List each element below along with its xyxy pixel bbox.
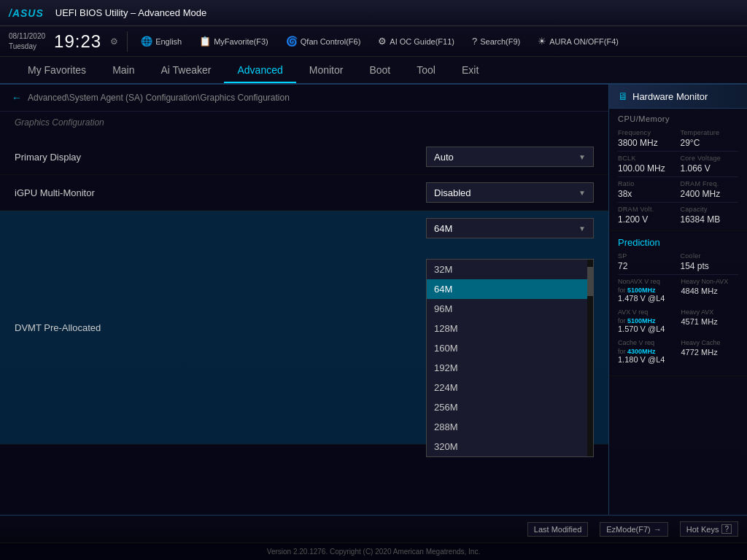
dropdown-arrow-icon: ▼ [578,153,586,161]
bclk-value: 100.00 MHz [618,163,676,174]
avx-freq: 5100MHz [627,317,656,324]
dvmt-pre-allocated-label: DVMT Pre-Allocated [15,322,426,333]
dram-volt-grid: DRAM Volt. 1.200 V Capacity 16384 MB [618,206,738,225]
dvmt-pre-allocated-row: DVMT Pre-Allocated 64M ▼ 32M 64M 96M 128… [0,211,608,445]
last-modified-label: Last Modified [534,525,581,534]
dram-volt-label: DRAM Volt. [618,206,676,213]
breadcrumb: Advanced\System Agent (SA) Configuration… [28,93,290,103]
prediction-title: Prediction [618,237,738,248]
bclk-label: BCLK [618,155,676,162]
cache-header: Cache V req [618,339,676,346]
nonavx-sub: for 5100MHz [618,287,676,294]
search-tool[interactable]: ? Search(F9) [468,34,525,48]
dvmt-pre-allocated-value: 64M ▼ 32M 64M 96M 128M 160M 192M 224M [426,218,594,437]
sp-cooler-grid: SP 72 Cooler 154 pts [618,252,738,271]
nav-monitor[interactable]: Monitor [296,58,357,83]
cpu-memory-grid: Frequency 3800 MHz Temperature 29°C [618,129,738,148]
globe-icon: 🌐 [141,36,152,47]
hw-monitor-label: Hardware Monitor [632,91,708,102]
frequency-label: Frequency [618,129,676,136]
dvmt-option-32m[interactable]: 32M [427,260,593,279]
nav-boot[interactable]: Boot [356,58,403,83]
clock-settings-icon[interactable]: ⚙ [110,36,118,47]
cooler-value: 154 pts [681,261,739,271]
divider [618,176,738,177]
dropdown-scrollbar[interactable] [587,260,593,456]
cache-val: 1.180 V @L4 [618,355,676,364]
nonavx-freq: 5100MHz [627,287,656,294]
divider [618,274,738,275]
dvmt-pre-allocated-dropdown[interactable]: 64M ▼ [426,218,594,238]
dvmt-option-160m[interactable]: 160M [427,338,593,358]
avx-header: AVX V req [618,308,676,316]
date-block: 08/11/2020 Tuesday [9,31,45,52]
cpu-memory-section: CPU/Memory Frequency 3800 MHz Temperatur… [609,109,747,231]
ratio-grid: Ratio 38x DRAM Freq. 2400 MHz [618,180,738,199]
temperature-label: Temperature [681,129,739,136]
dvmt-pre-allocated-selected: 64M [434,223,452,234]
breadcrumb-bar: ← Advanced\System Agent (SA) Configurati… [0,85,608,112]
heavy-nonavx-val: 4848 MHz [681,287,739,295]
pred-nonavx-row: NonAVX V req for 5100MHz 1.478 V @L4 Hea… [618,278,738,303]
app-title: UEFI BIOS Utility – Advanced Mode [55,7,206,18]
dvmt-option-64m[interactable]: 64M [427,279,593,299]
nav-advanced[interactable]: Advanced [224,58,295,83]
myfavorite-tool[interactable]: 📋 MyFavorite(F3) [195,34,273,48]
last-modified-button[interactable]: Last Modified [527,522,588,537]
separator [127,31,128,52]
prediction-section: Prediction SP 72 Cooler 154 pts No [609,231,747,376]
nav-my-favorites[interactable]: My Favorites [15,58,99,83]
cpu-memory-title: CPU/Memory [618,114,738,123]
heavy-avx-header: Heavy AVX [681,308,739,316]
temperature-value: 29°C [681,138,739,148]
aioc-icon: ⚙ [378,36,387,47]
dvmt-option-320m[interactable]: 320M [427,437,593,456]
version-text: Version 2.20.1276. Copyright (C) 2020 Am… [267,548,480,556]
ratio-item: Ratio 38x [618,180,676,199]
bclk-item: BCLK 100.00 MHz [618,155,676,174]
english-tool[interactable]: 🌐 English [136,34,186,48]
qfan-icon: 🌀 [286,36,298,47]
qfan-tool[interactable]: 🌀 Qfan Control(F6) [282,34,365,48]
scrollbar-thumb [587,267,593,296]
dvmt-option-224m[interactable]: 224M [427,378,593,397]
primary-display-dropdown[interactable]: Auto ▼ [426,147,594,167]
avx-val: 1.570 V @L4 [618,324,676,333]
nav-main[interactable]: Main [99,58,147,83]
aura-tool[interactable]: ☀ AURA ON/OFF(F4) [533,34,623,48]
dram-freq-label: DRAM Freq. [681,180,739,187]
dvmt-option-96m[interactable]: 96M [427,299,593,319]
frequency-value: 3800 MHz [618,138,676,148]
dram-freq-item: DRAM Freq. 2400 MHz [681,180,739,199]
dvmt-option-288m[interactable]: 288M [427,417,593,437]
aura-icon: ☀ [538,36,546,47]
primary-display-label: Primary Display [15,152,426,163]
nav-tool[interactable]: Tool [403,58,449,83]
monitor-icon: 🖥 [618,90,628,102]
bottom-bar: Last Modified EzMode(F7) → Hot Keys ? [0,515,747,542]
dvmt-option-192m[interactable]: 192M [427,358,593,378]
back-button[interactable]: ← [12,92,22,104]
bclk-grid: BCLK 100.00 MHz Core Voltage 1.066 V [618,155,738,174]
dropdown-arrow-icon: ▼ [578,225,586,233]
dvmt-option-128m[interactable]: 128M [427,319,593,338]
nav-exit[interactable]: Exit [449,58,492,83]
main-area: ← Advanced\System Agent (SA) Configurati… [0,85,747,515]
hot-keys-button[interactable]: Hot Keys ? [680,521,738,537]
primary-display-row: Primary Display Auto ▼ [0,139,608,175]
myfavorite-label: MyFavorite(F3) [214,37,268,46]
igpu-multi-monitor-row: iGPU Multi-Monitor Disabled ▼ [0,175,608,211]
core-voltage-value: 1.066 V [681,163,739,174]
clock-time: 19:23 [54,31,101,52]
cooler-item: Cooler 154 pts [681,252,739,271]
igpu-multi-monitor-dropdown[interactable]: Disabled ▼ [426,182,594,203]
aioc-tool[interactable]: ⚙ AI OC Guide(F11) [374,34,459,48]
nav-ai-tweaker[interactable]: Ai Tweaker [147,58,224,83]
aura-label: AURA ON/OFF(F4) [549,37,619,46]
ratio-value: 38x [618,189,676,199]
ez-mode-button[interactable]: EzMode(F7) → [600,522,668,537]
search-icon: ? [472,36,477,47]
qfan-label: Qfan Control(F6) [301,37,361,46]
primary-display-selected: Auto [434,152,454,163]
dvmt-option-256m[interactable]: 256M [427,397,593,417]
